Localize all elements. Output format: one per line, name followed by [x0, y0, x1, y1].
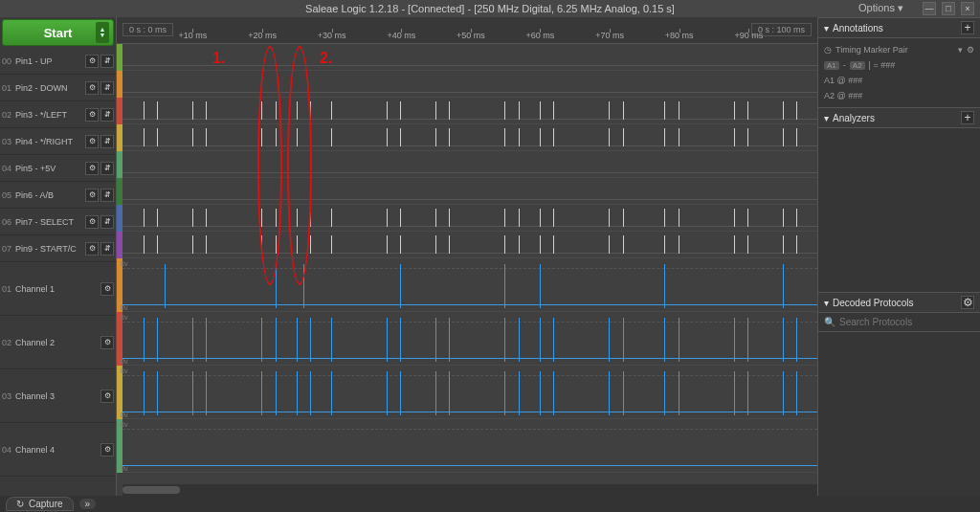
- channel-number: 04: [2, 164, 15, 173]
- channel-settings-button[interactable]: ⚙: [85, 215, 99, 229]
- channel-number: 00: [2, 56, 15, 66]
- channel-trigger-button[interactable]: ⇵: [100, 162, 114, 175]
- analyzers-body: [818, 128, 980, 292]
- channel-trigger-button[interactable]: ⇵: [100, 135, 114, 148]
- digital-track[interactable]: [122, 232, 817, 258]
- timeline-tick: +90 ms: [734, 31, 763, 40]
- digital-channel-row[interactable]: 02 Pin3 - */LEFT ⚙ ⇵: [0, 101, 116, 128]
- analog-track[interactable]: 8v0v: [122, 312, 817, 366]
- digital-channel-row[interactable]: 01 Pin2 - DOWN ⚙ ⇵: [0, 75, 116, 101]
- timeline-tick: +50 ms: [457, 31, 485, 40]
- analog-channel-row[interactable]: 02 Channel 2 ⚙: [0, 316, 116, 369]
- digital-track[interactable]: [122, 151, 817, 178]
- right-panel: ▾ Annotations + ◷ Timing Marker Pair ▾ ⚙…: [817, 17, 980, 496]
- channel-settings-button[interactable]: ⚙: [85, 162, 99, 175]
- channel-trigger-button[interactable]: ⇵: [100, 55, 114, 68]
- digital-track[interactable]: [122, 44, 817, 71]
- timeline-tick: +40 ms: [387, 31, 415, 40]
- start-button[interactable]: Start ▲▼: [2, 19, 114, 46]
- chevron-down-icon: ▾: [824, 23, 829, 33]
- analog-channel-row[interactable]: 04 Channel 4 ⚙: [0, 423, 116, 477]
- analog-channel-row[interactable]: 01 Channel 1 ⚙: [0, 262, 116, 316]
- digital-channel-row[interactable]: 03 Pin4 - */RIGHT ⚙ ⇵: [0, 128, 116, 155]
- maximize-button[interactable]: □: [942, 2, 955, 15]
- channel-name: Pin1 - UP: [15, 56, 83, 66]
- marker-a1: A1 @ ###: [824, 73, 974, 88]
- channel-settings-button[interactable]: ⚙: [85, 108, 99, 122]
- decoded-header[interactable]: ▾ Decoded Protocols ⚙: [818, 292, 980, 313]
- channel-name: Channel 3: [15, 391, 99, 401]
- channel-settings-button[interactable]: ⚙: [85, 55, 99, 68]
- minimize-button[interactable]: —: [923, 2, 936, 15]
- channel-settings-button[interactable]: ⚙: [100, 282, 114, 296]
- digital-track[interactable]: [122, 71, 817, 98]
- bottom-bar: ↻ Capture »: [0, 496, 980, 512]
- channel-name: Pin4 - */RIGHT: [15, 137, 83, 146]
- channel-trigger-button[interactable]: ⇵: [100, 242, 114, 256]
- analog-track[interactable]: 8v0v: [122, 419, 817, 473]
- channel-number: 01: [2, 83, 15, 93]
- channel-settings-button[interactable]: ⚙: [85, 242, 99, 256]
- add-annotation-button[interactable]: +: [961, 21, 974, 34]
- channel-settings-button[interactable]: ⚙: [100, 336, 114, 349]
- digital-channel-row[interactable]: 07 Pin9 - START/C ⚙ ⇵: [0, 235, 116, 262]
- protocol-search[interactable]: 🔍: [818, 313, 980, 332]
- chevron-down-icon[interactable]: ▾: [958, 45, 963, 55]
- gear-icon[interactable]: ⚙: [967, 45, 974, 55]
- digital-track[interactable]: [122, 98, 817, 124]
- capture-next[interactable]: »: [79, 499, 97, 509]
- decoded-settings-button[interactable]: ⚙: [961, 296, 974, 309]
- options-menu[interactable]: Options ▾: [858, 2, 903, 14]
- channel-settings-button[interactable]: ⚙: [85, 189, 99, 202]
- analyzers-header[interactable]: ▾ Analyzers +: [818, 107, 980, 128]
- digital-channel-row[interactable]: 04 Pin5 - +5V ⚙ ⇵: [0, 155, 116, 182]
- timeline[interactable]: 0 s : 0 ms 0 s : 100 ms +10 ms+20 ms+30 …: [117, 17, 817, 44]
- channel-name: Channel 2: [15, 338, 99, 347]
- annotation-label-2: 2.: [320, 50, 332, 67]
- scrollbar-thumb[interactable]: [122, 486, 180, 494]
- channel-settings-button[interactable]: ⚙: [85, 135, 99, 148]
- horizontal-scrollbar[interactable]: [122, 484, 817, 496]
- timeline-tick: +20 ms: [248, 31, 277, 40]
- timeline-tick: +10 ms: [179, 31, 208, 40]
- digital-channel-row[interactable]: 06 Pin7 - SELECT ⚙ ⇵: [0, 209, 116, 235]
- digital-track[interactable]: [122, 124, 817, 151]
- timeline-tick: +70 ms: [595, 31, 624, 40]
- digital-track[interactable]: [122, 205, 817, 232]
- channel-settings-button[interactable]: ⚙: [100, 443, 114, 456]
- search-icon: 🔍: [824, 317, 835, 327]
- capture-icon: ↻: [16, 499, 24, 509]
- analog-track[interactable]: 8v0v: [122, 366, 817, 419]
- channel-settings-button[interactable]: ⚙: [85, 81, 99, 95]
- digital-channel-row[interactable]: 05 Pin6 - A/B ⚙ ⇵: [0, 182, 116, 209]
- add-analyzer-button[interactable]: +: [961, 111, 974, 124]
- analog-track[interactable]: 8v0v: [122, 258, 817, 312]
- channel-name: Pin5 - +5V: [15, 164, 83, 173]
- timeline-tick: +30 ms: [318, 31, 346, 40]
- channel-sidebar: Start ▲▼ 00 Pin1 - UP ⚙ ⇵01 Pin2 - DOWN …: [0, 17, 117, 496]
- channel-number: 03: [2, 137, 15, 146]
- start-dropdown[interactable]: ▲▼: [96, 22, 109, 43]
- capture-tab[interactable]: ↻ Capture: [6, 497, 74, 511]
- waveform-area[interactable]: 0 s : 0 ms 0 s : 100 ms +10 ms+20 ms+30 …: [117, 17, 817, 496]
- channel-name: Pin2 - DOWN: [15, 83, 83, 93]
- annotations-header[interactable]: ▾ Annotations +: [818, 17, 980, 38]
- channel-trigger-button[interactable]: ⇵: [100, 108, 114, 122]
- digital-track[interactable]: [122, 178, 817, 205]
- channel-trigger-button[interactable]: ⇵: [100, 215, 114, 229]
- time-cursor-left: 0 s : 0 ms: [122, 23, 173, 36]
- close-button[interactable]: ×: [961, 2, 974, 15]
- channel-trigger-button[interactable]: ⇵: [100, 81, 114, 95]
- analyzers-title: Analyzers: [833, 113, 875, 123]
- channel-number: 02: [2, 338, 15, 347]
- channel-trigger-button[interactable]: ⇵: [100, 189, 114, 202]
- channel-name: Pin6 - A/B: [15, 190, 83, 200]
- protocol-search-input[interactable]: [839, 317, 974, 327]
- channel-settings-button[interactable]: ⚙: [100, 390, 114, 403]
- digital-channel-row[interactable]: 00 Pin1 - UP ⚙ ⇵: [0, 48, 116, 75]
- analog-channel-row[interactable]: 03 Channel 3 ⚙: [0, 369, 116, 423]
- timing-pair-row[interactable]: ◷ Timing Marker Pair ▾ ⚙: [824, 42, 974, 57]
- channel-name: Channel 1: [15, 284, 99, 294]
- channel-number: 07: [2, 244, 15, 254]
- app-title: Saleae Logic 1.2.18 - [Connected] - [250…: [305, 3, 675, 14]
